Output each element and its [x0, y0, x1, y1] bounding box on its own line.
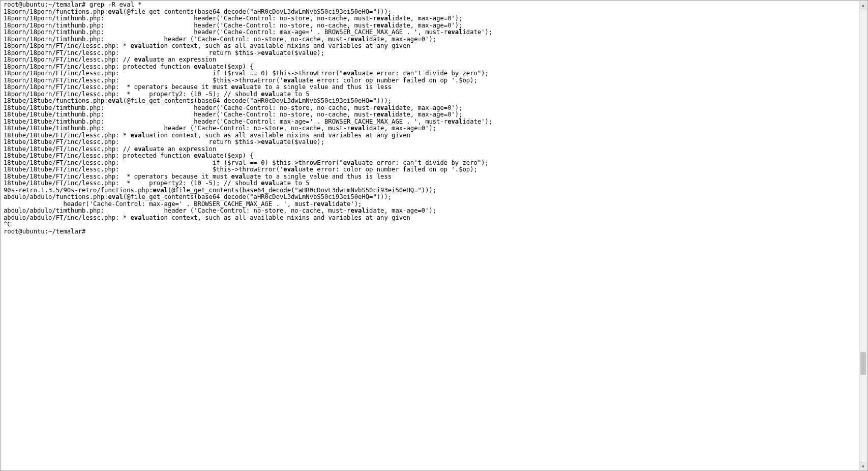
scrollbar-down-button[interactable]: ▾: [859, 462, 867, 470]
scrollbar-track[interactable]: ▴ ▾: [859, 1, 867, 470]
chevron-down-icon: ▾: [862, 464, 864, 469]
terminal-output[interactable]: root@ubuntu:~/temalar# grep -R eval * 18…: [4, 2, 858, 469]
chevron-up-icon: ▴: [862, 3, 864, 8]
scrollbar-up-button[interactable]: ▴: [859, 1, 867, 9]
scrollbar-thumb[interactable]: [860, 352, 866, 375]
terminal-frame: root@ubuntu:~/temalar# grep -R eval * 18…: [0, 0, 868, 471]
